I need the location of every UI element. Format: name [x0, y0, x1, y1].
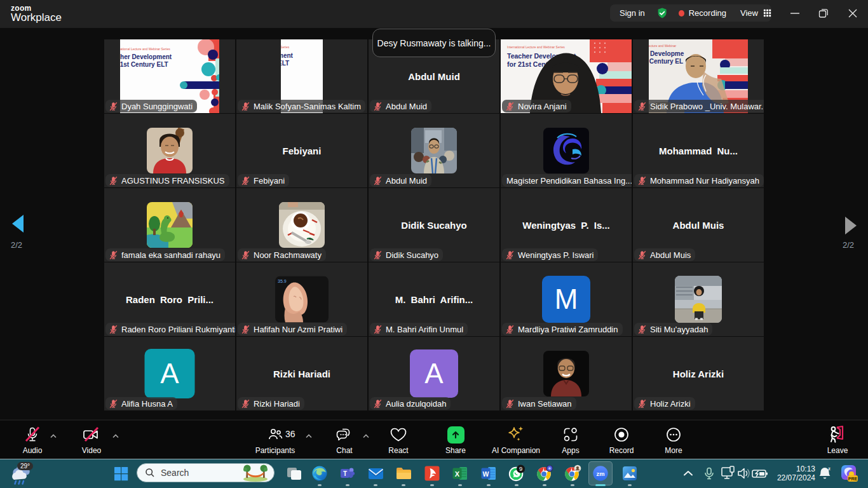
svg-text:cher Developme: cher Developme: [649, 50, 684, 57]
svg-text:International Lecture and Webi: International Lecture and Webinar Series: [120, 47, 170, 51]
svg-text:r Series: r Series: [281, 45, 290, 49]
svg-text:X: X: [455, 470, 460, 478]
svg-text:ELT: ELT: [281, 60, 289, 67]
svg-text:ment: ment: [281, 52, 294, 59]
svg-text:T: T: [343, 470, 347, 477]
svg-text:9: 9: [519, 466, 522, 472]
svg-text:onal Lecture and Webinar: onal Lecture and Webinar: [649, 44, 677, 48]
svg-text:z: z: [828, 466, 831, 471]
svg-text:35.9: 35.9: [278, 279, 287, 283]
svg-text:zm: zm: [597, 471, 605, 477]
svg-text:W: W: [483, 470, 489, 478]
svg-text:International Lecture and Webi: International Lecture and Webinar Series: [507, 45, 565, 49]
svg-text:21st Century EL: 21st Century EL: [649, 58, 683, 65]
svg-text:Teacher Development: Teacher Development: [120, 53, 172, 60]
svg-text:PRE: PRE: [848, 477, 858, 481]
svg-text:for 21st Century ELT: for 21st Century ELT: [120, 61, 168, 68]
